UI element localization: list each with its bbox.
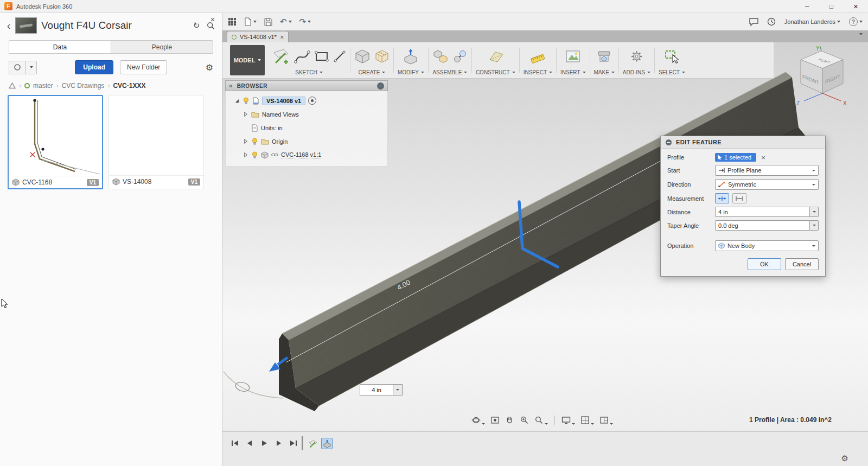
measurement-whole-toggle[interactable] xyxy=(732,193,746,203)
rectangle-tool-icon[interactable] xyxy=(314,49,329,64)
profile-selected-button[interactable]: 1 selected xyxy=(715,153,756,162)
browser-row-linked-component[interactable]: CVC-1168 v1:1 xyxy=(228,148,387,162)
group-label-insert[interactable]: INSERT xyxy=(560,68,586,77)
workspace-switcher[interactable]: MODEL xyxy=(230,45,265,75)
browser-row-named-views[interactable]: Named Views xyxy=(228,107,387,121)
browser-item-label[interactable]: Units: in xyxy=(261,125,283,131)
maximize-button[interactable] xyxy=(819,0,844,12)
timeline-go-to-end-button[interactable] xyxy=(288,437,299,449)
file-card-cvc-1168[interactable]: CVC-1168 V1 xyxy=(8,95,103,189)
timeline-step-forward-button[interactable] xyxy=(273,437,285,449)
collapsed-arrow-icon[interactable] xyxy=(242,111,248,117)
timeline-sketch-feature[interactable] xyxy=(307,438,318,449)
refresh-button[interactable] xyxy=(189,18,203,33)
look-at-button[interactable] xyxy=(488,414,502,426)
group-label-make[interactable]: MAKE xyxy=(594,68,615,77)
browser-item-label[interactable]: CVC-1168 v1:1 xyxy=(281,151,321,158)
tab-people[interactable]: People xyxy=(111,41,213,53)
browser-row-units[interactable]: Units: in xyxy=(228,121,387,135)
group-label-inspect[interactable]: INSPECT xyxy=(524,68,552,77)
measure-icon[interactable] xyxy=(529,49,546,64)
add-ins-icon[interactable] xyxy=(629,49,644,63)
grid-snap-button[interactable] xyxy=(578,414,596,426)
measurement-half-toggle[interactable] xyxy=(715,193,729,203)
panel-settings-gear-icon[interactable] xyxy=(206,62,213,73)
ok-button[interactable]: OK xyxy=(748,258,781,270)
pan-button[interactable] xyxy=(503,414,516,426)
direction-dropdown[interactable]: Symmetric xyxy=(715,179,819,190)
tab-data[interactable]: Data xyxy=(9,41,111,53)
create-box-icon[interactable] xyxy=(354,48,371,65)
display-settings-button[interactable] xyxy=(559,414,577,426)
create-form-icon[interactable] xyxy=(374,49,390,64)
undo-button[interactable]: ↶ xyxy=(280,17,292,27)
file-card-vs-14008[interactable]: VS-14008 V1 xyxy=(108,95,204,189)
help-button[interactable]: ? xyxy=(849,17,863,26)
project-thumbnail[interactable] xyxy=(15,17,37,34)
group-label-sketch[interactable]: SKETCH xyxy=(295,68,323,77)
new-folder-button[interactable]: New Folder xyxy=(120,60,167,74)
spline-tool-icon[interactable] xyxy=(294,48,310,65)
close-window-button[interactable] xyxy=(844,0,868,12)
group-label-modify[interactable]: MODIFY xyxy=(398,68,424,77)
distance-input-dropdown[interactable] xyxy=(393,384,403,395)
filter-button[interactable] xyxy=(9,61,26,74)
group-label-assemble[interactable]: ASSEMBLE xyxy=(432,68,467,77)
timeline-extrude-feature[interactable] xyxy=(321,438,333,449)
job-status-clock-icon[interactable] xyxy=(767,17,776,26)
filter-dropdown-button[interactable] xyxy=(26,61,37,74)
browser-header[interactable]: BROWSER xyxy=(225,80,388,91)
collapsed-arrow-icon[interactable] xyxy=(242,138,248,144)
browser-row-origin[interactable]: Origin xyxy=(228,135,387,148)
minimize-button[interactable] xyxy=(795,0,819,12)
construction-plane-icon[interactable] xyxy=(487,49,504,64)
app-grid-button[interactable] xyxy=(228,17,237,26)
close-tab-icon[interactable] xyxy=(280,33,284,41)
cancel-button[interactable]: Cancel xyxy=(785,258,819,270)
browser-row-root[interactable]: VS-14008 v1 xyxy=(228,94,387,107)
version-badge[interactable]: V1 xyxy=(87,179,99,186)
comments-icon[interactable] xyxy=(749,18,758,26)
create-sketch-icon[interactable] xyxy=(272,47,290,66)
orbit-button[interactable] xyxy=(469,414,487,426)
file-thumbnail[interactable] xyxy=(109,95,203,176)
distance-input[interactable] xyxy=(360,384,393,395)
joint-icon[interactable] xyxy=(452,49,468,64)
distance-field[interactable] xyxy=(715,207,810,217)
distance-field-dropdown[interactable] xyxy=(810,207,819,217)
hide-panel-icon[interactable] xyxy=(377,82,384,90)
dialog-titlebar[interactable]: EDIT FEATURE xyxy=(661,136,825,149)
timeline-position-marker[interactable] xyxy=(302,436,303,450)
sketch-arc[interactable] xyxy=(224,372,283,398)
taper-angle-field[interactable] xyxy=(715,220,810,231)
insert-image-icon[interactable] xyxy=(565,49,580,63)
save-button[interactable] xyxy=(264,18,272,26)
lightbulb-icon[interactable] xyxy=(251,138,258,145)
document-tab[interactable]: VS-14008 v1* xyxy=(227,31,289,42)
group-label-create[interactable]: CREATE xyxy=(359,68,386,77)
press-pull-icon[interactable] xyxy=(403,48,419,65)
line-tool-icon[interactable] xyxy=(333,50,346,63)
lightbulb-icon[interactable] xyxy=(242,97,250,105)
visibility-eye-icon[interactable] xyxy=(308,97,316,105)
file-menu-button[interactable] xyxy=(244,17,257,26)
viewcube[interactable]: TOP FRONT RIGHT Z X Y xyxy=(786,46,855,110)
timeline-settings-gear-icon[interactable] xyxy=(841,454,848,463)
group-label-addins[interactable]: ADD-INS xyxy=(623,68,650,77)
version-badge[interactable]: V1 xyxy=(188,178,200,186)
viewport[interactable]: 4.00 BROWSER VS-14008 v1 xyxy=(222,42,868,431)
group-label-construct[interactable]: CONSTRUCT xyxy=(476,68,515,77)
operation-dropdown[interactable]: New Body xyxy=(715,240,819,251)
timeline-go-to-start-button[interactable] xyxy=(229,437,241,449)
select-tool-icon[interactable] xyxy=(664,49,679,64)
breadcrumb-master[interactable]: master xyxy=(33,82,53,90)
zoom-button[interactable] xyxy=(518,414,531,426)
breadcrumb-cvc-drawings[interactable]: CVC Drawings xyxy=(62,82,105,90)
group-label-select[interactable]: SELECT xyxy=(659,68,685,77)
close-panel-button[interactable] xyxy=(208,14,218,24)
new-component-icon[interactable] xyxy=(432,48,449,65)
tab-overflow-chevron-icon[interactable] xyxy=(859,33,863,35)
start-dropdown[interactable]: Profile Plane xyxy=(715,165,819,176)
timeline-play-button[interactable] xyxy=(258,437,270,449)
collapse-panel-icon[interactable] xyxy=(229,82,233,90)
